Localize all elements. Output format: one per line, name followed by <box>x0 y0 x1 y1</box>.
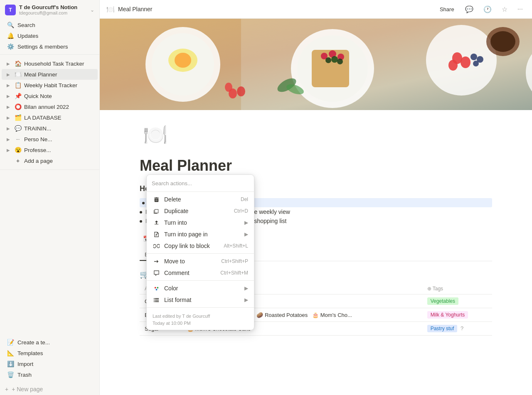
sidebar-item-weekly-habit[interactable]: ▶ 📋 Weekly Habit Tracker <box>2 80 98 91</box>
menu-divider-1 <box>147 191 254 192</box>
menu-divider-4 <box>147 307 254 308</box>
household-icon: 🏠 <box>14 60 22 67</box>
expand-icon: ▶ <box>5 82 12 88</box>
templates-action[interactable]: 📐 Templates <box>2 348 98 358</box>
copy-link-menu-item[interactable]: Copy link to block Alt+Shift+L <box>147 240 254 252</box>
context-menu: Delete Del Duplicate Ctrl+D Turn into ▶ <box>146 174 254 330</box>
topbar: 🍽️ Meal Planner Share 💬 🕐 ☆ ··· <box>100 0 532 19</box>
delete-menu-item[interactable]: Delete Del <box>147 194 254 205</box>
cell-tag: Vegetables <box>422 294 492 308</box>
sidebar-divider-1 <box>0 54 99 55</box>
sidebar: T T de Gourcuff's Notion tdegourcuff@gma… <box>0 0 100 395</box>
turn-into-label: Turn into <box>164 219 187 226</box>
sidebar-item-label: Household Task Tracker <box>24 61 94 67</box>
fork-knife-icon: 🍽️ <box>140 120 166 147</box>
updates-action[interactable]: 🔔 Updates <box>2 30 98 41</box>
sidebar-bottom: 📝 Create a te... 📐 Templates ⬇️ Import 🗑… <box>0 334 99 383</box>
color-arrow-icon: ▶ <box>244 285 248 291</box>
color-icon <box>153 285 160 292</box>
trash-label: Trash <box>17 372 32 378</box>
expand-icon: ▶ <box>5 103 12 110</box>
cell-tag: Milk & Yoghurts <box>422 308 492 322</box>
delete-label: Delete <box>164 196 181 203</box>
svg-point-17 <box>461 56 470 68</box>
page-emoji: 🍽️ <box>140 120 492 152</box>
expand-icon: ▶ <box>5 147 12 153</box>
new-page-button[interactable]: + + New page <box>0 383 99 395</box>
menu-divider-3 <box>147 280 254 281</box>
tag-badge: Vegetables <box>427 297 458 305</box>
more-button[interactable]: ··· <box>515 4 525 15</box>
sidebar-item-label: Perso Ne... <box>24 136 94 142</box>
menu-item-left: Turn into page in <box>153 231 208 238</box>
svg-point-14 <box>331 56 338 63</box>
sidebar-item-bilan[interactable]: ▶ ⭕ Bilan annuel 2022 <box>2 101 98 112</box>
trash-action[interactable]: 🗑️ Trash <box>2 369 98 380</box>
comment-menu-item[interactable]: Comment Ctrl+Shift+M <box>147 267 254 279</box>
menu-divider-2 <box>147 253 254 254</box>
svg-point-25 <box>490 31 515 52</box>
menu-search-area <box>147 177 254 190</box>
comment-shortcut: Ctrl+Shift+M <box>220 270 248 276</box>
share-button[interactable]: Share <box>436 5 458 14</box>
perso-icon: ··· <box>14 135 22 143</box>
duplicate-icon <box>153 208 160 214</box>
sidebar-item-label: TRAININ... <box>24 125 94 132</box>
search-action[interactable]: 🔍 Search <box>2 20 98 30</box>
favorite-button[interactable]: ☆ <box>499 4 510 15</box>
meal-planner-icon: 🍽️ <box>14 71 22 78</box>
page-cover <box>100 19 532 110</box>
expand-icon: ▶ <box>5 114 12 121</box>
move-to-icon <box>153 258 160 265</box>
add-page-icon: + <box>14 157 22 164</box>
cell-tag: Pastry stuf ? <box>422 322 492 336</box>
workspace-info: T de Gourcuff's Notion tdegourcuff@gmail… <box>19 4 87 15</box>
comment-button[interactable]: 💬 <box>463 4 476 15</box>
create-template-icon: 📝 <box>7 339 14 346</box>
menu-search-input[interactable] <box>152 180 249 186</box>
create-template-label: Create a te... <box>17 339 50 346</box>
list-format-menu-item[interactable]: List format ▶ <box>147 294 254 306</box>
comment-label: Comment <box>164 270 190 276</box>
menu-item-left: Copy link to block <box>153 243 210 249</box>
sidebar-item-database[interactable]: ▶ 🗂️ LA DATABASE <box>2 112 98 123</box>
turn-into-menu-item[interactable]: Turn into ▶ <box>147 217 254 228</box>
move-to-shortcut: Ctrl+Shift+P <box>221 258 248 264</box>
new-page-label: + New page <box>12 386 43 393</box>
new-page-icon: + <box>5 386 8 393</box>
copy-link-label: Copy link to block <box>164 243 210 249</box>
workspace-switcher[interactable]: T T de Gourcuff's Notion tdegourcuff@gma… <box>0 0 99 20</box>
delete-shortcut: Del <box>241 196 248 202</box>
move-to-menu-item[interactable]: Move to Ctrl+Shift+P <box>147 255 254 267</box>
expand-icon: ▶ <box>5 93 12 99</box>
sidebar-item-training[interactable]: ▶ 💬 TRAININ... <box>2 123 98 134</box>
duplicate-menu-item[interactable]: Duplicate Ctrl+D <box>147 205 254 217</box>
settings-action[interactable]: ⚙️ Settings & members <box>2 41 98 52</box>
sidebar-item-perso[interactable]: ▶ ··· Perso Ne... <box>2 134 98 145</box>
bullet-dot <box>140 211 142 213</box>
topbar-page-icon: 🍽️ <box>106 5 115 13</box>
updates-label: Updates <box>17 33 38 39</box>
turn-into-page-menu-item[interactable]: Turn into page in ▶ <box>147 228 254 240</box>
sidebar-item-quick-note[interactable]: ▶ 📌 Quick Note <box>2 91 98 101</box>
sidebar-item-household[interactable]: ▶ 🏠 Household Task Tracker <box>2 58 98 69</box>
copy-link-icon <box>153 243 160 249</box>
svg-point-23 <box>175 53 191 68</box>
footer-line1: Last edited by T de Gourcuff <box>153 313 248 320</box>
color-menu-item[interactable]: Color ▶ <box>147 282 254 294</box>
menu-item-left: Delete <box>153 196 181 203</box>
copy-link-shortcut: Alt+Shift+L <box>224 243 248 249</box>
sidebar-item-label: Quick Note <box>24 93 94 99</box>
sidebar-item-add-page[interactable]: ▶ + Add a page <box>2 155 98 166</box>
sidebar-item-label: Meal Planner <box>24 71 94 78</box>
history-button[interactable]: 🕐 <box>481 4 494 15</box>
more-tags-icon: ? <box>461 325 463 331</box>
sidebar-item-professe[interactable]: ▶ 😮 Professe... <box>2 145 98 155</box>
create-template-action[interactable]: 📝 Create a te... <box>2 337 98 348</box>
move-to-label: Move to <box>164 258 185 265</box>
color-label: Color <box>164 285 178 292</box>
import-action[interactable]: ⬇️ Import <box>2 358 98 369</box>
professe-icon: 😮 <box>14 146 22 154</box>
sidebar-item-meal-planner[interactable]: ▶ 🍽️ Meal Planner <box>2 69 98 80</box>
turn-into-arrow-icon: ▶ <box>244 220 248 226</box>
